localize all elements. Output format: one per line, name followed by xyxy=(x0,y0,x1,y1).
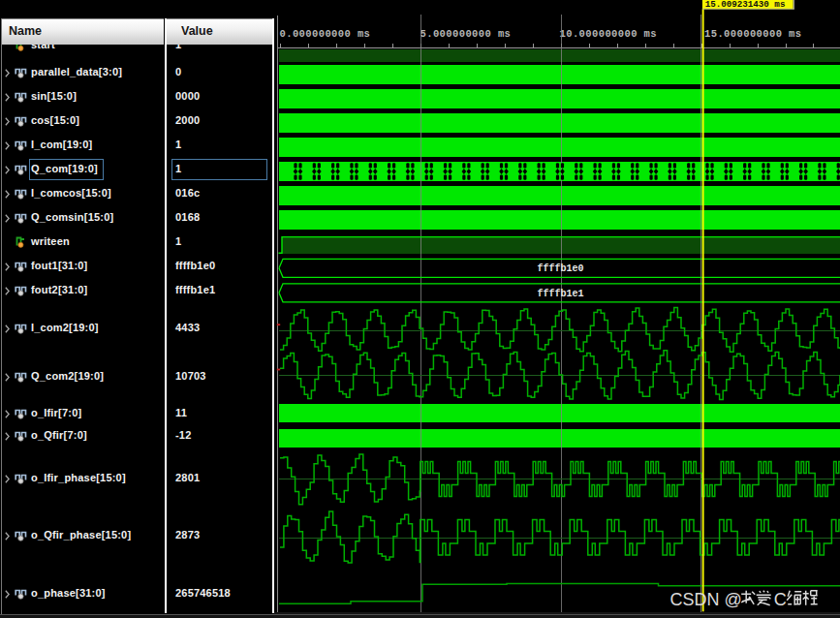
svg-text:0.000000000 ms: 0.000000000 ms xyxy=(280,28,371,40)
svg-text:ffffb1e0: ffffb1e0 xyxy=(537,263,583,274)
svg-text:CSDN @: CSDN @ xyxy=(670,590,742,609)
svg-text:10.000000000 ms: 10.000000000 ms xyxy=(560,28,658,40)
svg-text:5.000000000 ms: 5.000000000 ms xyxy=(420,28,512,40)
svg-text:15.009231430 ms: 15.009231430 ms xyxy=(705,0,786,10)
svg-text:15.000000000 ms: 15.000000000 ms xyxy=(704,28,802,40)
svg-text:ffffb1e1: ffffb1e1 xyxy=(537,289,583,299)
svg-text:C: C xyxy=(774,590,787,609)
